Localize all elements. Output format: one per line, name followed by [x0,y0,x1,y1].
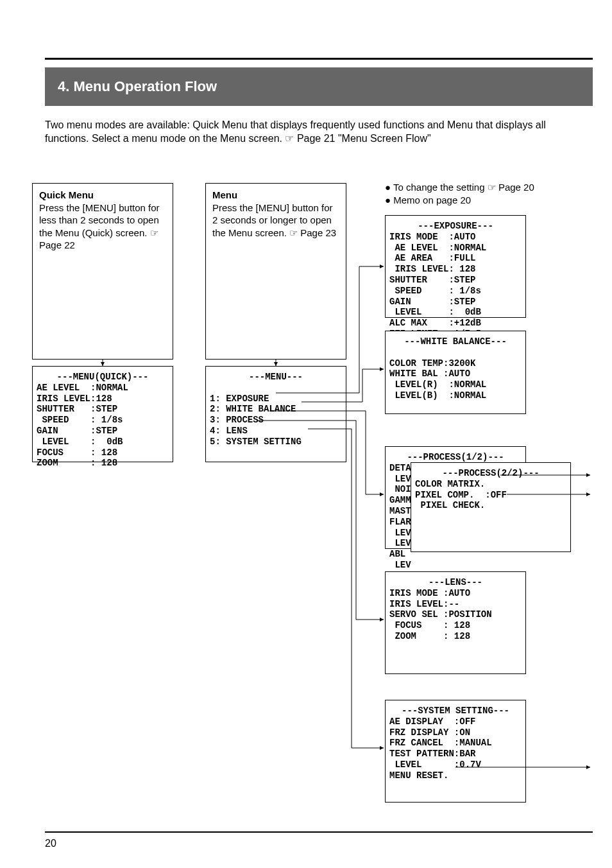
side-notes: ● To change the setting ☞ Page 20 ● Memo… [385,181,584,206]
lens-title: ---LENS--- [389,577,522,588]
menu-row: IRIS LEVEL:-- [389,599,522,610]
menu-row: LEVEL :0.7V [389,759,522,770]
menu-row: IRIS MODE :AUTO [389,232,522,243]
quick-desc-text: Press the [MENU] button for less than 2 … [39,202,160,251]
menu-row: 5: SYSTEM SETTING [210,437,342,447]
white-balance-submenu: ---WHITE BALANCE--- COLOR TEMP:3200K WHI… [385,331,526,414]
menu-row: 3: PROCESS [210,415,342,426]
menu-row: IRIS MODE :AUTO [389,588,522,599]
top-rule [45,58,593,60]
quick-menu-description: Quick Menu Press the [MENU] button for l… [32,183,173,360]
full-menu-description: Menu Press the [MENU] button for 2 secon… [205,183,346,360]
menu-row: LEVEL : 0dB [37,437,169,447]
system-setting-submenu: ---SYSTEM SETTING--- AE DISPLAY :OFF FRZ… [385,700,526,803]
page-number: 20 [45,838,56,849]
menu-row: FOCUS : 128 [389,620,522,631]
menu-row: AE LEVEL :NORMAL [389,243,522,254]
quick-menu-screen: ---MENU(QUICK)--- AE LEVEL :NORMAL IRIS … [32,366,173,462]
menu-row: LEVEL(B) :NORMAL [389,390,522,401]
menu-row: ALC MAX :+12dB [389,318,522,329]
menu-row: FRZ CANCEL :MANUAL [389,738,522,749]
quick-menu-title: ---MENU(QUICK)--- [37,372,169,383]
menu-row: GAIN :STEP [37,426,169,437]
menu-row: PIXEL CHECK. [415,500,566,511]
quick-desc-heading: Quick Menu [39,189,94,200]
full-desc-text: Press the [MENU] button for 2 seconds or… [212,202,336,238]
section-title: 4. Menu Operation Flow [45,67,593,106]
wb-title: ---WHITE BALANCE--- [389,336,522,347]
menu-row: SPEED : 1/8s [37,415,169,426]
menu-row: AE AREA :FULL [389,253,522,264]
system-title: ---SYSTEM SETTING--- [389,706,522,716]
menu-row: SPEED : 1/8s [389,286,522,297]
process2-title: ---PROCESS(2/2)--- [415,468,566,479]
intro-paragraph: Two menu modes are available: Quick Menu… [45,119,586,146]
process-2-submenu: ---PROCESS(2/2)--- COLOR MATRIX. PIXEL C… [411,462,571,552]
menu-row: PIXEL COMP. :OFF [415,490,566,501]
menu-row: IRIS LEVEL: 128 [389,264,522,275]
menu-row: SERVO SEL :POSITION [389,609,522,620]
menu-row: 4: LENS [210,426,342,437]
menu-row: IRIS LEVEL:128 [37,394,169,404]
menu-row: FRZ DISPLAY :ON [389,727,522,738]
title-text: 4. Menu Operation Flow [58,78,217,95]
menu-row: AE DISPLAY :OFF [389,716,522,727]
menu-row: GAIN :STEP [389,297,522,308]
exposure-submenu: ---EXPOSURE--- IRIS MODE :AUTO AE LEVEL … [385,215,526,318]
menu-row: 2: WHITE BALANCE [210,404,342,415]
menu-row: LEV [389,560,522,571]
menu-row: ZOOM : 128 [389,631,522,642]
menu-row: WHITE BAL :AUTO [389,369,522,379]
menu-row: ZOOM : 128 [37,458,169,469]
menu-row: SHUTTER :STEP [37,404,169,415]
menu-row: LEVEL : 0dB [389,307,522,318]
exposure-title: ---EXPOSURE--- [389,221,522,232]
menu-row: COLOR MATRIX. [415,479,566,490]
menu-row: LEVEL(R) :NORMAL [389,379,522,390]
menu-row: FOCUS : 128 [37,447,169,458]
menu-row: AE LEVEL :NORMAL [37,383,169,394]
menu-row: COLOR TEMP:3200K [389,358,522,369]
menu-row: SHUTTER :STEP [389,275,522,286]
page: 4. Menu Operation Flow Two menu modes ar… [0,0,612,868]
menu-row: TEST PATTERN:BAR [389,749,522,759]
full-menu-screen: ---MENU--- 1: EXPOSURE 2: WHITE BALANCE … [205,366,346,462]
footer-rule [45,831,593,833]
lens-submenu: ---LENS--- IRIS MODE :AUTO IRIS LEVEL:--… [385,571,526,674]
full-menu-title: ---MENU--- [210,372,342,383]
process1-title: ---PROCESS(1/2)--- [389,452,522,463]
menu-row: MENU RESET. [389,770,522,781]
menu-row: 1: EXPOSURE [210,394,342,404]
full-desc-heading: Menu [212,189,237,200]
